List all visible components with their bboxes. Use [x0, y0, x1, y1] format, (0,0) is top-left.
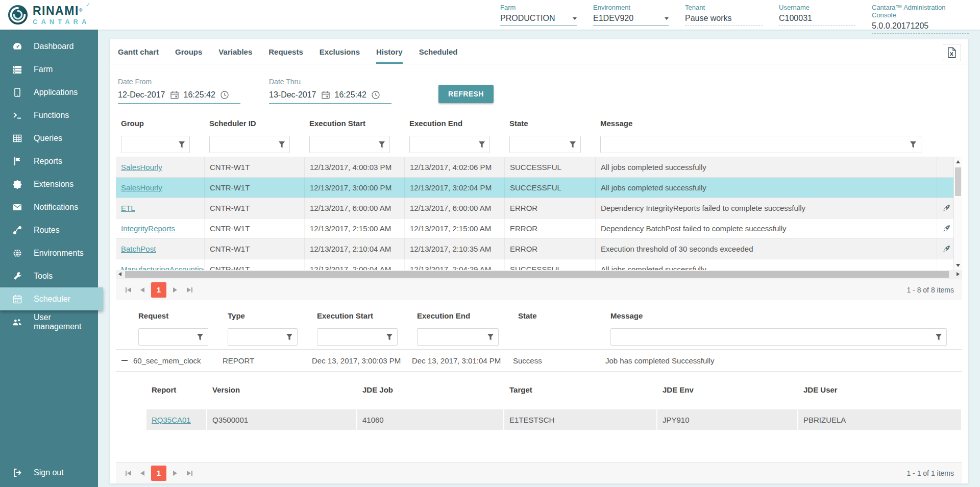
date-from-input[interactable]: 12-Dec-2017	[118, 90, 165, 100]
sidebar-item-label: Queries	[34, 134, 62, 143]
scroll-up-icon[interactable]	[956, 160, 960, 163]
group-link[interactable]: ETL	[121, 204, 135, 212]
chevron-down-icon[interactable]	[573, 17, 577, 20]
table-row[interactable]: BatchPostCNTR-W1T12/13/2017, 2:10:04 AM1…	[116, 239, 953, 259]
sidebar-item-functions[interactable]: Functions	[0, 104, 98, 127]
group-link[interactable]: IntegrityReports	[121, 224, 175, 233]
tab-exclusions[interactable]: Exclusions	[320, 39, 360, 64]
sidebar-item-sign-out[interactable]: Sign out	[0, 461, 98, 484]
scroll-right-icon[interactable]	[957, 272, 960, 276]
scrollbar-thumb[interactable]	[955, 167, 961, 196]
environment-select[interactable]: Environment E1DEV920	[593, 4, 669, 34]
sidebar-item-extensions[interactable]: Extensions	[0, 173, 98, 196]
filter-icon[interactable]	[286, 333, 293, 341]
chevron-down-icon[interactable]	[665, 17, 669, 20]
horizontal-scrollbar[interactable]	[116, 270, 962, 279]
filter-icon[interactable]	[197, 333, 204, 341]
clock-icon[interactable]	[371, 90, 380, 100]
launch-icon[interactable]	[942, 245, 951, 253]
launch-icon[interactable]	[942, 204, 951, 212]
report-link[interactable]: RQ35CA01	[152, 416, 191, 424]
scheduler-id-filter-input[interactable]	[210, 136, 289, 153]
table-row[interactable]: ETLCNTR-W1T12/13/2017, 6:00:00 AM12/13/2…	[116, 198, 953, 218]
next-page-button[interactable]	[168, 283, 182, 297]
current-page-button[interactable]: 1	[151, 466, 166, 481]
tab-variables[interactable]: Variables	[218, 39, 252, 64]
sidebar-item-queries[interactable]: Queries	[0, 127, 98, 150]
scrollbar-thumb[interactable]	[125, 271, 949, 278]
group-link[interactable]: BatchPost	[121, 245, 156, 253]
group-link[interactable]: ManufacturingAccounting	[121, 265, 204, 270]
logo-line1: RINAMI	[33, 4, 79, 17]
table-row[interactable]: ManufacturingAccountingCNTR-W1T12/13/201…	[116, 259, 953, 270]
table-row[interactable]: SalesHourlyCNTR-W1T12/13/2017, 4:00:03 P…	[116, 157, 953, 178]
first-page-button[interactable]	[121, 466, 135, 480]
clock-icon[interactable]	[220, 90, 229, 100]
filter-icon[interactable]	[386, 333, 393, 341]
refresh-button[interactable]: REFRESH	[438, 85, 494, 103]
vertical-scrollbar[interactable]	[953, 157, 962, 270]
sidebar-item-reports[interactable]: Reports	[0, 150, 98, 173]
request-row[interactable]: 60_sec_mem_clockREPORTDec 13, 2017, 3:00…	[116, 349, 962, 372]
date-thru-input[interactable]: 13-Dec-2017	[269, 90, 316, 100]
tab-groups[interactable]: Groups	[175, 39, 202, 64]
sidebar-item-dashboard[interactable]: Dashboard	[0, 35, 98, 58]
sidebar-item-tools[interactable]: Tools	[0, 264, 98, 287]
date-from-field: Date From 12-Dec-2017 16:25:42	[118, 78, 240, 104]
prev-page-button[interactable]	[135, 466, 150, 480]
environments-icon	[12, 248, 22, 258]
column-header-type: Type	[223, 311, 312, 320]
prev-page-button[interactable]	[135, 283, 150, 297]
last-page-button[interactable]	[182, 466, 197, 480]
dashboard-icon	[12, 41, 22, 52]
filter-icon[interactable]	[487, 333, 494, 341]
message-filter-input[interactable]	[611, 329, 946, 345]
calendar-icon[interactable]	[321, 90, 330, 100]
first-page-button[interactable]	[121, 283, 135, 297]
current-page-button[interactable]: 1	[151, 282, 166, 298]
filter-icon[interactable]	[935, 333, 942, 341]
sidebar-item-user-management[interactable]: User management	[0, 310, 98, 333]
scroll-down-icon[interactable]	[956, 264, 960, 267]
table-row[interactable]: SalesHourlyCNTR-W1T12/13/2017, 3:00:00 P…	[116, 178, 953, 198]
sidebar-item-applications[interactable]: Applications	[0, 81, 98, 104]
tab-gantt-chart[interactable]: Gantt chart	[118, 39, 159, 64]
scroll-left-icon[interactable]	[118, 272, 121, 276]
last-page-button[interactable]	[182, 283, 197, 297]
tab-history[interactable]: History	[376, 39, 403, 64]
time-thru-input[interactable]: 16:25:42	[335, 90, 366, 100]
detail-column-header-version: Version	[207, 385, 357, 394]
calendar-icon[interactable]	[170, 90, 179, 100]
tab-scheduled[interactable]: Scheduled	[419, 39, 458, 64]
time-from-input[interactable]: 16:25:42	[184, 90, 215, 100]
group-link[interactable]: SalesHourly	[121, 183, 162, 192]
next-page-button[interactable]	[168, 466, 182, 480]
collapse-icon[interactable]	[121, 357, 128, 364]
filter-icon[interactable]	[178, 141, 185, 149]
execution-start-filter-input[interactable]	[317, 329, 397, 345]
filter-icon[interactable]	[278, 141, 285, 149]
sidebar-item-scheduler[interactable]: Scheduler	[0, 287, 103, 310]
sidebar-item-farm[interactable]: Farm	[0, 58, 98, 81]
functions-icon	[12, 110, 22, 120]
sidebar-item-routes[interactable]: Routes	[0, 218, 98, 241]
filter-icon[interactable]	[378, 141, 385, 149]
launch-icon[interactable]	[942, 224, 951, 233]
export-excel-button[interactable]	[943, 44, 961, 61]
filter-icon[interactable]	[569, 141, 576, 149]
username-label: Username	[779, 4, 855, 11]
execution-end-filter-input[interactable]	[418, 329, 498, 345]
sidebar-item-notifications[interactable]: Notifications	[0, 196, 98, 218]
filter-icon[interactable]	[478, 141, 485, 149]
filter-icon[interactable]	[910, 141, 917, 149]
farm-select[interactable]: Farm PRODUCTION	[500, 4, 577, 34]
execution-end-filter-input[interactable]	[410, 136, 489, 153]
tab-requests[interactable]: Requests	[268, 39, 303, 64]
message-filter-input[interactable]	[601, 136, 921, 153]
group-link[interactable]: SalesHourly	[121, 163, 162, 172]
farm-icon	[12, 64, 22, 75]
detail-row[interactable]: RQ35CA01Q350000141060E1TESTSCHJPY910PBRI…	[146, 409, 962, 430]
execution-start-filter-input[interactable]	[310, 136, 389, 153]
table-row[interactable]: IntegrityReportsCNTR-W1T12/13/2017, 2:15…	[116, 218, 953, 239]
sidebar-item-environments[interactable]: Environments	[0, 241, 98, 264]
